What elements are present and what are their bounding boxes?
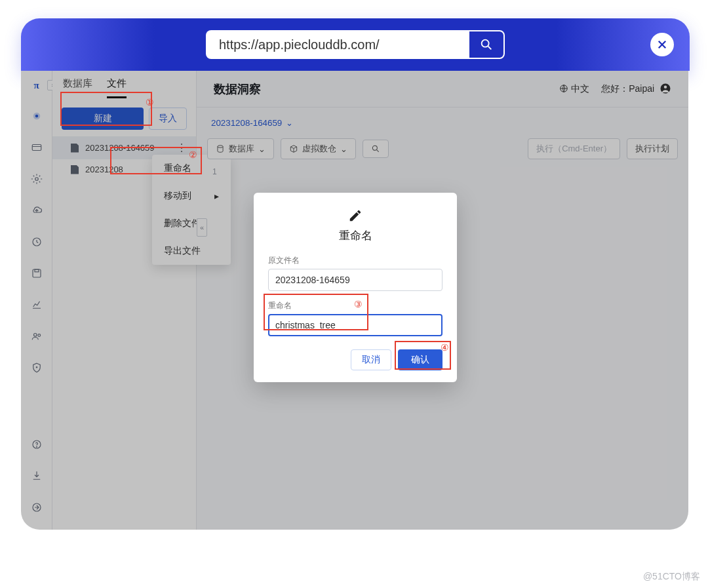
svg-point-0	[482, 40, 489, 47]
annotation-label-3: ③	[354, 299, 363, 309]
search-icon	[479, 37, 494, 52]
modal-title: 重命名	[268, 228, 442, 243]
close-frame-button[interactable]	[650, 33, 674, 56]
pencil-icon	[268, 208, 442, 223]
url-input[interactable]	[206, 30, 468, 59]
annotation-label-4: ④	[441, 342, 449, 353]
go-button[interactable]	[468, 30, 505, 59]
confirm-button[interactable]: 确认	[398, 349, 442, 370]
annotation-label-2: ②	[189, 149, 197, 160]
new-filename-input[interactable]	[268, 314, 442, 336]
address-bar	[206, 30, 505, 59]
annotation-label-1: ①	[146, 97, 154, 108]
cancel-button[interactable]: 取消	[351, 349, 391, 370]
orig-filename-input[interactable]	[268, 269, 442, 291]
browser-chrome	[21, 18, 690, 71]
orig-label: 原文件名	[268, 255, 442, 266]
rename-modal: 重命名 原文件名 重命名 取消 确认	[254, 193, 457, 382]
svg-line-1	[488, 47, 492, 50]
close-icon	[656, 39, 668, 50]
app-window: π › 数据库 文件 新建 导入 20231208-164659 ⋮	[21, 71, 688, 530]
watermark: @51CTO博客	[643, 571, 700, 583]
